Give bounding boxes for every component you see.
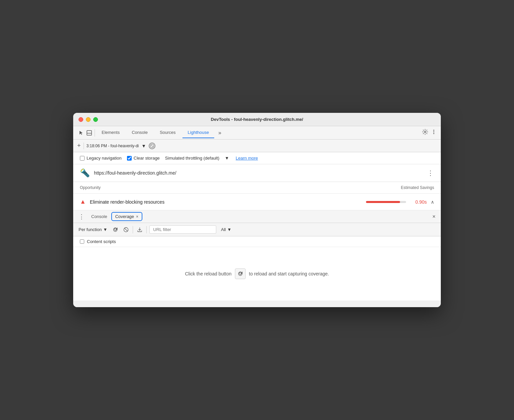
legacy-navigation-checkbox[interactable] [80, 156, 85, 161]
coverage-reload-button[interactable] [235, 268, 246, 279]
tab-sources[interactable]: Sources [154, 127, 181, 138]
panel-bottom-padding [73, 300, 441, 307]
throttling-dropdown[interactable]: ▼ [225, 156, 229, 161]
coverage-toolbar: Per function ▼ [73, 223, 441, 236]
content-scripts-checkbox[interactable] [80, 239, 84, 244]
window-title: DevTools - foul-heavenly-direction.glitc… [211, 117, 303, 122]
bottom-panel: ⋮ Console Coverage × × Per function ▼ [73, 210, 441, 300]
savings-bar-fill [366, 201, 400, 203]
maximize-button[interactable] [93, 117, 98, 122]
tab-elements[interactable]: Elements [96, 127, 125, 138]
opportunity-col-label: Opportunity [80, 185, 101, 190]
more-tabs-button[interactable]: » [216, 129, 224, 137]
coverage-empty-text-after: to reload and start capturing coverage. [249, 271, 329, 276]
bottom-tab-coverage[interactable]: Coverage × [111, 212, 142, 221]
settings-icon[interactable] [422, 129, 428, 137]
learn-more-link[interactable]: Learn more [236, 156, 258, 161]
reload-coverage-button[interactable] [111, 226, 119, 234]
per-function-dropdown[interactable]: Per function ▼ [77, 226, 109, 233]
minimize-button[interactable] [86, 117, 91, 122]
coverage-toolbar-divider [133, 226, 133, 233]
svg-point-5 [433, 133, 434, 134]
content-scripts-row: Content scripts [73, 236, 441, 247]
per-function-arrow: ▼ [103, 227, 107, 232]
savings-value: 0.90s [410, 199, 427, 205]
url-row: 🔦 https://foul-heavenly-direction.glitch… [73, 164, 441, 182]
title-bar: DevTools - foul-heavenly-direction.glitc… [73, 113, 441, 126]
coverage-toolbar-divider2 [146, 226, 147, 233]
close-button[interactable] [79, 117, 83, 122]
coverage-empty-state: Click the reload button to reload and st… [73, 247, 441, 300]
coverage-tab-label: Coverage [115, 214, 134, 219]
svg-rect-0 [87, 131, 92, 135]
tab-divider [95, 129, 95, 137]
url-text: https://foul-heavenly-direction.glitch.m… [94, 170, 423, 176]
cursor-icon[interactable] [77, 129, 85, 137]
export-coverage-button[interactable] [136, 226, 144, 234]
legacy-navigation-checkbox-item: Legacy navigation [80, 156, 122, 161]
tab-console[interactable]: Console [126, 127, 153, 138]
tab-gear-area [422, 129, 437, 137]
address-dropdown-arrow[interactable]: ▼ [141, 143, 146, 149]
per-function-label: Per function [79, 227, 102, 232]
bottom-panel-close-button[interactable]: × [430, 212, 438, 221]
opportunity-item[interactable]: ▲ Eliminate render-blocking resources 0.… [73, 194, 441, 210]
address-bar: + 3:18:06 PM - foul-heavenly-di ▼ [73, 140, 441, 152]
tab-bar: Elements Console Sources Lighthouse » [73, 126, 441, 140]
all-filter-label: All [221, 227, 226, 232]
dock-icon[interactable] [85, 129, 93, 137]
coverage-empty-text-before: Click the reload button [185, 271, 231, 276]
svg-point-4 [433, 132, 434, 133]
savings-bar [366, 201, 406, 203]
svg-point-2 [424, 131, 426, 133]
coverage-tab-close-icon[interactable]: × [136, 214, 138, 219]
devtools-window: DevTools - foul-heavenly-direction.glitc… [73, 113, 441, 307]
url-filter-input[interactable] [149, 225, 216, 234]
bottom-tab-bar: ⋮ Console Coverage × × [73, 210, 441, 223]
bottom-tab-console[interactable]: Console [87, 211, 111, 222]
legacy-navigation-label: Legacy navigation [87, 156, 122, 161]
add-tab-button[interactable]: + [77, 142, 81, 149]
menu-dots-icon[interactable] [431, 129, 437, 137]
all-filter-dropdown[interactable]: All ▼ [219, 226, 233, 233]
throttling-dropdown-arrow: ▼ [225, 156, 229, 161]
clear-storage-checkbox[interactable] [127, 156, 132, 161]
savings-col-label: Estimated Savings [401, 185, 434, 190]
chevron-up-icon[interactable]: ∧ [431, 199, 434, 205]
all-filter-arrow: ▼ [227, 227, 232, 232]
throttling-label: Simulated throttling (default) [165, 156, 220, 161]
bottom-panel-dots-icon[interactable]: ⋮ [76, 212, 87, 222]
clear-storage-checkbox-item: Clear storage [127, 156, 160, 161]
svg-line-9 [124, 228, 128, 231]
content-scripts-label: Content scripts [87, 239, 116, 244]
opportunity-title: Eliminate render-blocking resources [90, 199, 362, 205]
clear-storage-label: Clear storage [134, 156, 160, 161]
address-time: 3:18:06 PM - foul-heavenly-di [87, 144, 139, 148]
lighthouse-options-row: Legacy navigation Clear storage Simulate… [73, 152, 441, 164]
svg-line-7 [151, 145, 153, 147]
warning-triangle-icon: ▲ [80, 198, 86, 205]
clear-coverage-button[interactable] [122, 226, 130, 234]
traffic-lights [79, 117, 98, 122]
opportunity-header: Opportunity Estimated Savings [73, 182, 441, 194]
block-icon[interactable] [149, 143, 155, 149]
svg-point-3 [433, 130, 434, 131]
tab-lighthouse[interactable]: Lighthouse [182, 127, 215, 138]
addr-divider [84, 143, 84, 149]
lighthouse-icon: 🔦 [80, 168, 90, 178]
url-menu-icon[interactable]: ⋮ [427, 169, 434, 177]
